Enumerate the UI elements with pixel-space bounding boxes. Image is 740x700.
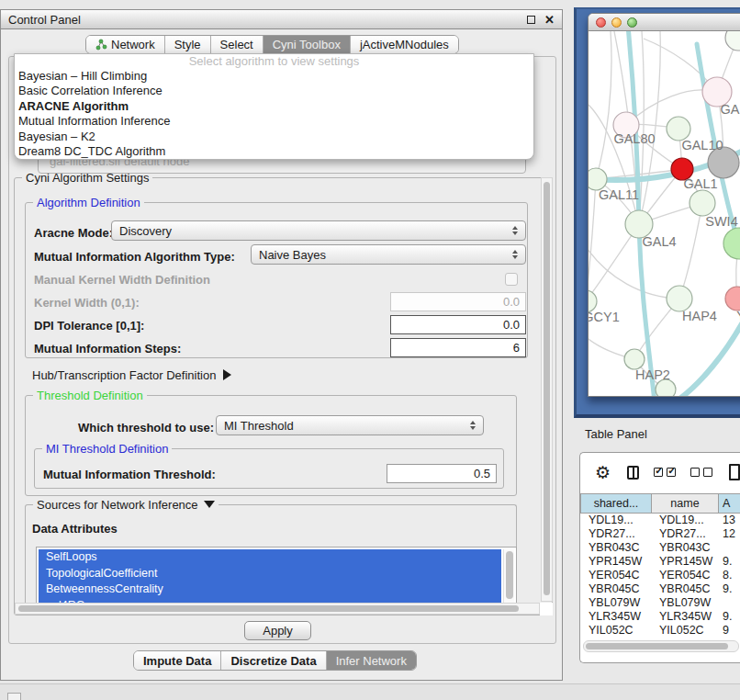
network-node-bright-green[interactable] (723, 228, 740, 259)
control-panel-window: Control Panel ✕ Network Style Select Cyn… (0, 9, 563, 681)
settings-vertical-scrollbar[interactable] (541, 177, 553, 602)
dropdown-item[interactable]: Bayesian – K2 (15, 130, 533, 144)
table-panel-titlebar: Table Panel (574, 418, 740, 450)
threshold-definition-title: Threshold Definition (33, 389, 147, 402)
list-scrollbar[interactable] (503, 549, 514, 608)
columns-icon[interactable] (627, 466, 639, 480)
sources-group-title[interactable]: Sources for Network Inference (33, 498, 219, 512)
network-node-hap4[interactable] (667, 286, 692, 311)
algorithm-definition-title: Algorithm Definition (33, 196, 144, 209)
list-item[interactable]: TopologicalCoefficient (39, 566, 501, 582)
footer-strip (0, 683, 740, 700)
apply-button[interactable]: Apply (244, 621, 311, 640)
table-header-row: shared... name A (580, 493, 740, 514)
table-row[interactable]: YER054CYER054C8. (580, 569, 740, 582)
table-toolbar: ⚙ (580, 458, 740, 486)
dpi-tolerance-field[interactable]: 0.0 (390, 315, 526, 334)
kernel-width-field[interactable]: 0.0 (390, 292, 526, 311)
select-all-checkboxes-icon[interactable] (654, 468, 676, 477)
mi-threshold-title: MI Threshold Definition (42, 442, 172, 456)
network-window-titlebar (589, 14, 740, 31)
tab-infer-network[interactable]: Infer Network (327, 651, 416, 670)
dropdown-item[interactable]: Basic Correlation Inference (15, 84, 533, 98)
which-threshold-combo[interactable]: MI Threshold (216, 415, 484, 435)
tab-network[interactable]: Network (86, 36, 165, 53)
tab-impute-data[interactable]: Impute Data (134, 651, 221, 670)
screen: Control Panel ✕ Network Style Select Cyn… (0, 0, 740, 700)
stepper-icon (512, 250, 518, 259)
list-item[interactable]: BetweennessCentrality (39, 581, 501, 598)
table-row[interactable]: YPR145WYPR145W9. (580, 555, 740, 569)
hub-section-toggle[interactable]: Hub/Transcription Factor Definition (32, 368, 231, 382)
tab-jactivemnodules[interactable]: jActiveMNodules (351, 36, 458, 53)
table-panel-window: ⚙ shared... name A YDL19...YDL19...13 YD… (579, 452, 740, 663)
aracne-mode-combo[interactable]: Discovery (111, 220, 526, 241)
gear-icon[interactable]: ⚙ (595, 464, 611, 481)
network-node-hap2[interactable] (624, 349, 645, 369)
dropdown-placeholder: Select algorithm to view settings (15, 54, 533, 69)
control-panel-titlebar: Control Panel ✕ (1, 10, 562, 29)
table-row[interactable]: YIL052CYIL052C9 (580, 624, 740, 638)
dropdown-item[interactable]: Bayesian – Hill Climbing (15, 69, 533, 84)
table-row[interactable]: YDL19...YDL19...13 (580, 514, 740, 527)
mi-threshold-label: Mutual Information Threshold: (43, 468, 216, 481)
zoom-traffic-light-icon[interactable] (627, 17, 637, 28)
table-body: YDL19...YDL19...13 YDR27...YDR27...12 YB… (580, 514, 740, 638)
table-panel-title: Table Panel (585, 427, 647, 441)
float-window-icon[interactable] (527, 16, 535, 24)
dpi-tolerance-label: DPI Tolerance [0,1]: (34, 319, 144, 333)
node-label: GAL10 (681, 138, 723, 152)
table-row[interactable]: YBL079WYBL079W (580, 596, 740, 610)
network-canvas[interactable]: GAL GAL80 GAL10 GAL1 GAL11 SWI4 GAL4 GCY… (589, 31, 740, 397)
tab-discretize-data[interactable]: Discretize Data (221, 651, 326, 670)
table-horizontal-scrollbar[interactable] (583, 640, 739, 652)
node-label: GAL11 (599, 187, 639, 202)
node-label: GAL4 (642, 234, 676, 249)
table-row[interactable]: YDR27...YDR27...12 (580, 527, 740, 541)
table-row[interactable]: YBR045CYBR045C9. (580, 582, 740, 596)
close-icon[interactable]: ✕ (544, 14, 555, 26)
minimize-traffic-light-icon[interactable] (611, 17, 622, 28)
algorithm-dropdown-list: Select algorithm to view settings Bayesi… (14, 53, 534, 160)
data-attributes-list: SelfLoops TopologicalCoefficient Between… (36, 547, 517, 611)
mini-panel-icon[interactable] (7, 693, 21, 700)
list-item[interactable]: SelfLoops (39, 549, 501, 566)
which-threshold-label: Which threshold to use: (78, 421, 214, 435)
mi-steps-label: Mutual Information Steps: (34, 342, 181, 356)
aracne-mode-label: Aracne Mode: (34, 226, 113, 240)
dropdown-item-selected[interactable]: ARACNE Algorithm (15, 99, 533, 114)
node-label: HAP4 (682, 309, 717, 323)
document-icon[interactable] (729, 464, 740, 480)
node-label: GAL80 (613, 131, 655, 146)
close-traffic-light-icon[interactable] (596, 17, 606, 28)
tab-cyni-toolbox[interactable]: Cyni Toolbox (263, 36, 351, 53)
kernel-width-label: Kernel Width (0,1): (34, 296, 140, 310)
table-row[interactable]: YBR043CYBR043C (580, 541, 740, 555)
mi-threshold-field[interactable]: 0.5 (387, 464, 497, 483)
node-label: GCY1 (589, 310, 620, 324)
network-node[interactable] (725, 31, 740, 51)
mi-type-combo[interactable]: Naive Bayes (251, 244, 526, 265)
column-header-name[interactable]: name (651, 493, 718, 514)
column-header-partial[interactable]: A (718, 493, 740, 514)
tab-style[interactable]: Style (165, 36, 211, 53)
settings-horizontal-scrollbar[interactable] (15, 603, 540, 615)
network-view-frame: GAL GAL80 GAL10 GAL1 GAL11 SWI4 GAL4 GCY… (574, 7, 740, 418)
network-node-salmon[interactable] (725, 287, 740, 310)
network-node-swi4[interactable] (690, 190, 715, 216)
node-label: Y (736, 309, 740, 323)
table-row[interactable]: YLR345WYLR345W9. (580, 610, 740, 624)
data-attributes-label: Data Attributes (32, 522, 118, 536)
scrollbar-corner (540, 603, 553, 615)
mi-steps-field[interactable]: 6 (390, 338, 526, 357)
tab-select[interactable]: Select (211, 36, 263, 53)
network-icon (95, 39, 107, 51)
node-label: GAL1 (683, 176, 717, 191)
network-graph: GAL GAL80 GAL10 GAL1 GAL11 SWI4 GAL4 GCY… (589, 31, 740, 397)
tab-network-label: Network (111, 38, 155, 51)
dropdown-item[interactable]: Dream8 DC_TDC Algorithm (15, 144, 533, 159)
column-header-shared[interactable]: shared... (580, 493, 651, 514)
deselect-all-checkboxes-icon[interactable] (690, 468, 712, 477)
dropdown-item[interactable]: Mutual Information Inference (15, 114, 533, 129)
manual-kernel-checkbox[interactable] (505, 273, 518, 286)
